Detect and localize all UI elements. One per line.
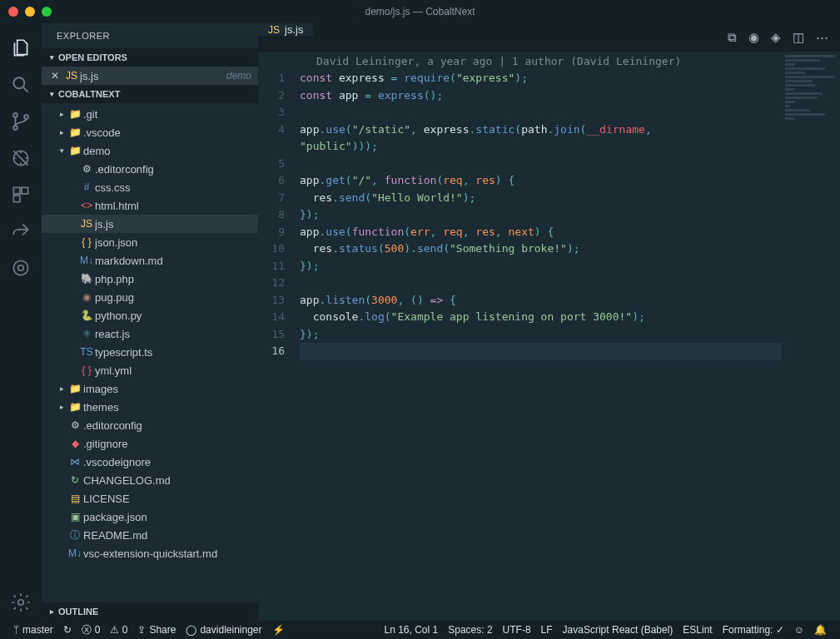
status-encoding[interactable]: UTF-8 xyxy=(498,624,536,636)
status-github-user[interactable]: ◯davidleininger xyxy=(181,624,266,636)
activity-gitlens[interactable] xyxy=(0,250,42,286)
tree-item-label: typescript.ts xyxy=(95,346,251,359)
code-line[interactable]: 8 }); xyxy=(258,206,840,224)
window-maximize-button[interactable] xyxy=(42,7,52,17)
code-line[interactable]: 2 const app = express(); xyxy=(258,87,840,105)
open-editor-item[interactable]: ✕ JS js.js demo xyxy=(42,67,258,85)
window-close-button[interactable] xyxy=(8,7,18,17)
section-open-editors[interactable]: ▾ OPEN EDITORS xyxy=(42,48,258,67)
tree-file[interactable]: JS js.js xyxy=(42,215,258,233)
error-icon: ⓧ xyxy=(82,623,92,637)
code-content: app.get("/", function(req, res) { xyxy=(300,172,840,190)
split-icon[interactable]: ◫ xyxy=(793,30,804,45)
tree-file[interactable]: { } yml.yml xyxy=(42,361,258,379)
activity-search[interactable] xyxy=(0,67,42,103)
js-icon: JS xyxy=(63,70,80,82)
tree-file[interactable]: ⓘ README.md xyxy=(42,526,258,544)
tree-file[interactable]: ⋈ .vscodeignore xyxy=(42,453,258,471)
code-line[interactable]: 16 xyxy=(258,343,840,360)
code-line[interactable]: 3 xyxy=(258,104,840,121)
tree-file[interactable]: M↓ markdown.md xyxy=(42,251,258,270)
tab-js.js[interactable]: JS js.js xyxy=(258,23,313,36)
tree-file[interactable]: <> html.html xyxy=(42,196,258,215)
diff-icon[interactable]: ◈ xyxy=(771,30,781,45)
minimap[interactable] xyxy=(785,55,835,121)
activity-explorer[interactable] xyxy=(0,30,42,67)
code-line[interactable]: 11 }); xyxy=(258,258,840,275)
tree-file[interactable]: TS typescript.ts xyxy=(42,343,258,361)
tree-file[interactable]: 🐘 php.php xyxy=(42,270,258,288)
search-icon xyxy=(10,74,32,96)
code-line[interactable]: 13 app.listen(3000, () => { xyxy=(258,292,840,310)
tree-file[interactable]: # css.css xyxy=(42,178,258,196)
editor-body[interactable]: David Leininger, a year ago | 1 author (… xyxy=(258,52,840,621)
status-language[interactable]: JavaScript React (Babel) xyxy=(558,624,678,636)
status-notifications[interactable]: 🔔 xyxy=(809,624,832,636)
code-line[interactable]: 7 res.send("Hello World!"); xyxy=(258,190,840,207)
code-line[interactable]: 15 }); xyxy=(258,326,840,344)
tree-item-label: .vscode xyxy=(83,126,251,139)
tree-folder[interactable]: ▸ 📁 themes xyxy=(42,398,258,416)
status-share[interactable]: ⇪Share xyxy=(132,624,181,636)
status-formatting[interactable]: Formatting: ✓ xyxy=(718,624,789,636)
open-editor-hint: demo xyxy=(226,70,251,82)
tree-file[interactable]: ◆ .gitignore xyxy=(42,434,258,453)
status-eol[interactable]: LF xyxy=(536,624,558,636)
js-icon: JS xyxy=(78,218,95,230)
more-icon[interactable]: ⋯ xyxy=(816,30,828,45)
code-line[interactable]: 5 xyxy=(258,156,840,173)
activity-extensions[interactable] xyxy=(0,176,42,213)
svg-rect-7 xyxy=(13,196,20,202)
tree-file[interactable]: ⚙ .editorconfig xyxy=(42,416,258,434)
titlebar: demo/js.js — CobaltNext xyxy=(0,0,840,23)
status-cursor[interactable]: Ln 16, Col 1 xyxy=(380,624,444,636)
svg-point-8 xyxy=(13,260,27,275)
tree-folder[interactable]: ▸ 📁 .git xyxy=(42,105,258,123)
code-line[interactable]: 4 app.use("/static", express.static(path… xyxy=(258,121,840,139)
code-area[interactable]: 1 const express = require("express"); 2 … xyxy=(258,70,840,621)
close-icon[interactable]: ✕ xyxy=(47,70,63,82)
expand-icon: ▸ xyxy=(57,384,67,393)
tree-folder[interactable]: ▸ 📁 .vscode xyxy=(42,123,258,141)
tree-file[interactable]: 🐍 python.py xyxy=(42,306,258,324)
code-line[interactable]: 14 console.log("Example app listening on… xyxy=(258,309,840,326)
tree-item-label: html.html xyxy=(95,200,251,212)
line-number: 3 xyxy=(258,104,300,121)
code-line[interactable]: "public"))); xyxy=(258,138,840,156)
compare-icon[interactable]: ⧉ xyxy=(728,30,737,45)
code-line[interactable]: 1 const express = require("express"); xyxy=(258,70,840,87)
tree-item-label: vsc-extension-quickstart.md xyxy=(83,547,251,560)
preview-icon[interactable]: ◉ xyxy=(748,30,759,45)
section-project[interactable]: ▾ COBALTNEXT xyxy=(42,85,258,103)
code-line[interactable]: 6 app.get("/", function(req, res) { xyxy=(258,172,840,190)
section-open-editors-label: OPEN EDITORS xyxy=(58,52,127,62)
activity-settings[interactable] xyxy=(0,584,42,621)
activity-scm[interactable] xyxy=(0,103,42,140)
tree-file[interactable]: ◉ pug.pug xyxy=(42,288,258,306)
code-line[interactable]: 12 xyxy=(258,275,840,292)
activity-liveshare[interactable] xyxy=(0,213,42,250)
tree-file[interactable]: { } json.json xyxy=(42,233,258,251)
tree-file[interactable]: ▣ package.json xyxy=(42,508,258,526)
status-branch[interactable]: ᛘmaster xyxy=(8,624,58,636)
tree-file[interactable]: ⚙ .editorconfig xyxy=(42,160,258,178)
status-linter[interactable]: ESLint xyxy=(678,624,717,636)
activity-debug[interactable] xyxy=(0,140,42,176)
status-spaces[interactable]: Spaces: 2 xyxy=(443,624,497,636)
status-feedback[interactable]: ☺ xyxy=(789,624,809,636)
section-outline[interactable]: ▸ OUTLINE xyxy=(42,602,258,621)
window-minimize-button[interactable] xyxy=(25,7,35,17)
gear-icon: ⚙ xyxy=(78,163,95,175)
py-icon: 🐍 xyxy=(78,310,95,321)
tree-file[interactable]: ↻ CHANGELOG.md xyxy=(42,471,258,489)
tree-file[interactable]: ▤ LICENSE xyxy=(42,489,258,508)
status-sync[interactable]: ↻ xyxy=(58,624,77,636)
tree-folder[interactable]: ▸ 📁 images xyxy=(42,379,258,398)
status-lightning[interactable]: ⚡ xyxy=(267,624,290,636)
code-line[interactable]: 10 res.status(500).send("Something broke… xyxy=(258,240,840,258)
tree-folder[interactable]: ▾ 📁 demo xyxy=(42,141,258,160)
tree-file[interactable]: M↓ vsc-extension-quickstart.md xyxy=(42,544,258,562)
code-line[interactable]: 9 app.use(function(err, req, res, next) … xyxy=(258,224,840,241)
status-problems[interactable]: ⓧ0 ⚠0 xyxy=(77,623,133,637)
tree-file[interactable]: ⚛ react.js xyxy=(42,324,258,343)
